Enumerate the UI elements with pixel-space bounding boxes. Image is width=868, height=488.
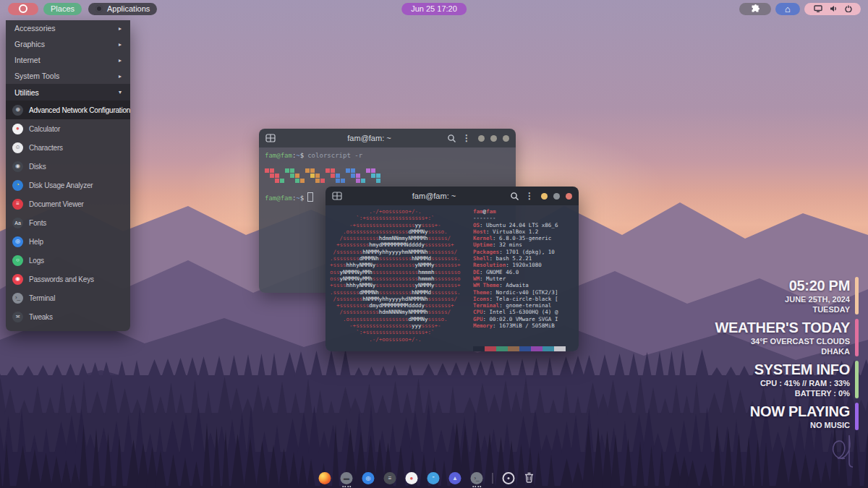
running-dot [480,486,481,487]
terminal-cursor [307,192,313,202]
extensions-button[interactable] [739,3,771,15]
menu-kebab-icon[interactable] [462,133,469,143]
colorscript-cell [280,179,284,183]
window-title: fam@fam: ~ [369,192,499,200]
terminal-front-body[interactable]: .-/+oossssoo+/-. `:+ssssssssssssssssss+:… [326,205,579,351]
colorscript-cell [366,179,370,183]
menu-item-logs[interactable]: ○Logs [6,251,130,270]
category-label: System Tools [14,72,59,80]
terminal-back-titlebar[interactable]: fam@fam: ~ [259,129,516,147]
puzzle-piece-icon [751,4,760,14]
colorscript-cell [280,168,284,173]
menu-item-disks[interactable]: ◉Disks [6,157,130,176]
logs-icon: ○ [12,255,23,266]
search-icon[interactable] [510,192,519,201]
terminal-front-titlebar[interactable]: fam@fam: ~ [326,187,579,205]
neofetch-underline: ------- [473,215,574,221]
search-icon[interactable] [447,134,456,143]
distro-menu-button[interactable] [8,3,38,15]
dock-item-firefox[interactable] [319,472,331,484]
dock-item-settings[interactable]: ≡ [384,472,396,484]
info-label: Packages [473,249,499,255]
home-button[interactable] [775,3,800,15]
neofetch-user: fam [473,208,483,215]
top-bar: Places Applications Jun 25 17:20 [0,0,868,17]
palette-swatch [519,346,531,351]
calculator-icon: ● [12,124,23,134]
dock-item-terminal[interactable]: ›_ [471,472,483,484]
menu-category-internet[interactable]: Internet▸ [6,52,130,68]
widget-accent-bar [855,319,859,356]
dock-item-files[interactable]: ▬ [341,472,353,484]
menu-item-tweaks[interactable]: ≍Tweaks [6,307,130,326]
menu-category-graphics[interactable]: Graphics▸ [6,36,130,52]
minimize-button[interactable] [478,135,485,142]
colorscript-cell [351,168,355,173]
show-apps-button[interactable] [503,472,515,484]
maximize-button[interactable] [553,193,560,200]
applications-menu-button[interactable]: Applications [88,3,157,15]
characters-icon: ” [427,472,440,484]
colorscript-cell [371,168,375,173]
menu-item-advanced-network-configuration[interactable]: ⊕Advanced Network Configuration [6,100,130,119]
terminal-window-foreground[interactable]: fam@fam: ~ .-/+oossssoo+/-. `:+sssssssss… [326,187,579,351]
prompt-line: fam@fam:~$colorscript -r [265,151,510,160]
quick-settings-button[interactable] [804,3,861,15]
applications-dropdown-menu: Accessories▸Graphics▸Internet▸System Too… [6,20,130,331]
places-menu-button[interactable]: Places [43,3,82,15]
menu-item-calculator[interactable]: ●Calculator [6,119,130,138]
show-apps-icon [503,472,515,484]
running-dot [342,486,344,487]
menu-item-disk-usage-analyzer[interactable]: ◔Disk Usage Analyzer [6,176,130,194]
close-button[interactable] [503,135,509,142]
new-tab-grid-icon[interactable] [332,192,342,200]
colorscript-cell [376,179,380,183]
running-indicator [472,486,482,487]
neofetch-palette [473,346,574,351]
widget-title: WEATHER'S TODAY [715,319,850,336]
menu-item-help[interactable]: ◎Help [6,232,130,251]
dock-item-calculator[interactable]: ● [406,472,418,484]
menu-item-characters[interactable]: ☺Characters [6,138,130,157]
dock-item-software[interactable]: ▲ [449,472,461,484]
colorscript-cell [300,179,305,183]
palette-swatch [542,346,554,351]
info-value: : 1673MiB / 5058MiB [493,322,555,329]
colorscript-cell [265,168,269,173]
maximize-button[interactable] [490,135,497,142]
menu-category-system-tools[interactable]: System Tools▸ [6,68,130,84]
colorscript-cell [371,179,375,183]
prompt-path: ~ [296,194,299,202]
clock-button[interactable]: Jun 25 17:20 [401,3,467,15]
menu-kebab-icon[interactable] [525,191,532,201]
palette-swatch [485,346,496,351]
info-label: OS [473,222,480,228]
colorscript-cell [270,174,274,178]
menu-item-passwords-and-keys[interactable]: ◉Passwords and Keys [6,270,130,288]
dock-item-characters[interactable]: ” [427,472,440,484]
colorscript-cell [295,168,299,173]
close-button[interactable] [566,193,572,200]
menu-category-utilities[interactable]: Utilities▾ [6,84,130,100]
display-icon [814,5,822,12]
info-value: : Mutter [480,275,506,282]
palette-swatch [554,346,566,351]
palette-swatch [508,346,519,351]
colorscript-cell [310,168,315,173]
applications-label: Applications [107,4,150,13]
colorscript-cell [331,168,335,173]
minimize-button[interactable] [541,193,548,200]
widget-line: TUESDAY [785,304,850,314]
menu-item-fonts[interactable]: AaFonts [6,213,130,232]
info-label: Resolution [473,262,506,268]
colorscript-cell [356,179,360,183]
new-tab-grid-icon[interactable] [265,134,276,142]
prompt-user: fam@fam [265,152,292,159]
info-label: WM Theme [473,282,499,288]
menu-item-terminal[interactable]: ›_Terminal [6,288,130,307]
trash-button[interactable] [524,472,537,484]
menu-category-accessories[interactable]: Accessories▸ [6,20,130,36]
menu-item-document-viewer[interactable]: ≡Document Viewer [6,194,130,213]
dock-item-help[interactable]: ◎ [362,472,375,484]
menu-item-label: Terminal [29,294,55,302]
